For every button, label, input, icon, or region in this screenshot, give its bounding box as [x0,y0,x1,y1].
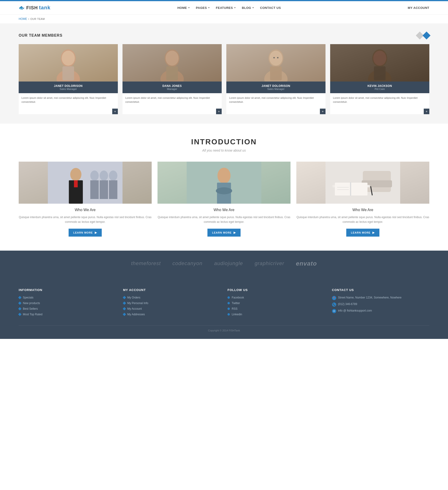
partner-audiojungle[interactable]: audiojungle [214,260,243,266]
footer-diamond-icon [122,302,126,305]
footer-circle-icon [228,313,230,315]
intro-card-1: Who We Are Quisque interdum pharetra urn… [19,162,152,236]
footer-link-my-orders[interactable]: My Orders [123,296,221,299]
arrow-icon: ▶ [234,231,236,234]
footer-link-top-rated[interactable]: Most Top Rated [19,313,116,316]
team-desc-2: Lorem ipsum dolor sit amet, mei consecte… [122,93,222,114]
contact-location-icon: 📍 [332,296,336,300]
intro-card-2: Who We Are Quisque interdum pharetra urn… [158,162,290,236]
nav-home[interactable]: HOME ▼ [177,6,190,9]
team-title: OUR TEAM MEMBERS [19,33,63,38]
footer-contact-address: 📍 Street Name, Number 1234, Somewhere, N… [332,296,430,300]
nav-contact[interactable]: CONTACT US [260,6,281,9]
footer-col-title-contactus: CONTACT US [332,288,430,292]
nav-pages[interactable]: PAGES ▼ [196,6,210,9]
nav-pages-arrow: ▼ [208,7,210,9]
footer-contact-phone: 📞 (012) 346-6789 [332,302,430,307]
team-photo-1 [19,44,118,81]
carousel-nav [417,33,429,38]
learn-more-button-3[interactable]: LEARN MORE ▶ [346,229,379,236]
breadcrumb-separator: › [28,17,29,21]
intro-card-desc-2: Quisque interdum pharetra urna, sit amet… [158,215,290,224]
team-section: OUR TEAM MEMBERS JANET DOLORISON Sales M… [0,23,448,123]
footer-diamond-icon [18,313,21,316]
partner-themeforest[interactable]: themeforest [131,260,161,266]
breadcrumb-home[interactable]: HOME [19,17,27,21]
team-card: KEVIN JACKSON Pet Care Lorem ipsum dolor… [330,44,429,114]
nav-blog[interactable]: BLOG ▼ [242,6,254,9]
nav-home-arrow: ▼ [188,7,190,9]
intro-card-desc-1: Quisque interdum pharetra urna, sit amet… [19,215,152,224]
team-card: JANET DOLORISON Sales Manager Lorem ipsu… [226,44,326,114]
breadcrumb: HOME › OUR TEAM [0,15,448,23]
footer-col-contactus: CONTACT US 📍 Street Name, Number 1234, S… [332,288,430,318]
team-card: DANA JONES Manager Lorem ipsum dolor sit… [122,44,222,114]
partners-section: themeforest codecanyon audiojungle graph… [0,251,448,277]
partner-codecanyon[interactable]: codecanyon [172,260,203,266]
footer-link-linkedin[interactable]: Linkedin [228,313,325,316]
svg-point-15 [373,51,386,66]
footer-link-my-personal-info[interactable]: My Personal Info [123,302,221,305]
main-nav: HOME ▼ PAGES ▼ FEATURES ▼ BLOG ▼ CONTACT… [177,6,281,9]
svg-point-19 [100,170,108,181]
footer-link-best-sellers[interactable]: Best Sellers [19,307,116,310]
footer-link-facebook[interactable]: Facebook [228,296,325,299]
svg-point-11 [277,57,279,58]
team-photo-4 [330,44,429,81]
carousel-next[interactable] [423,32,431,39]
team-plus-3[interactable]: + [320,109,326,114]
team-desc-3: Lorem ipsum dolor sit amet, mei consecte… [226,93,326,114]
svg-rect-13 [270,66,282,80]
team-member-name-4: KEVIN JACKSON [333,84,427,88]
team-plus-1[interactable]: + [112,109,118,114]
team-plus-2[interactable]: + [216,109,222,114]
footer-diamond-icon [18,296,21,299]
footer-col-myaccount: MY ACCOUNT My Orders My Personal Info My… [123,288,221,318]
breadcrumb-current: OUR TEAM [30,18,45,20]
footer-contact-email: ✉ info @ fishtanksupport.com [332,309,430,313]
intro-card-desc-3: Quisque interdum pharetra urna, sit amet… [296,215,429,224]
footer-link-twitter[interactable]: Twitter [228,302,325,305]
logo-tank: tank [39,5,51,11]
footer-circle-icon [228,308,230,310]
nav-features[interactable]: FEATURES ▼ [216,6,236,9]
footer-diamond-icon [18,302,21,305]
svg-point-1 [62,51,75,66]
footer-link-new-products[interactable]: New products [19,302,116,305]
footer-col-title-information: INFORMATION [19,288,116,292]
footer-link-my-addresses[interactable]: My Addresses [123,313,221,316]
intro-image-2 [158,162,290,204]
logo[interactable]: 🐟 FISHtank [19,5,51,11]
intro-grid: Who We Are Quisque interdum pharetra urn… [19,162,429,236]
footer-bottom: Copyright © 2014 FISHTank [19,325,429,332]
footer-link-specials[interactable]: Specials [19,296,116,299]
team-grid: JANET DOLORISON Sales Manager Lorem ipsu… [19,44,429,114]
svg-rect-17 [374,66,386,80]
footer-link-my-account[interactable]: My Account [123,307,221,310]
team-name-block-4: KEVIN JACKSON Pet Care [330,81,429,93]
footer-diamond-icon [18,307,21,310]
intro-card-title-2: Who We Are [158,208,290,212]
team-member-role-2: Manager [125,88,219,90]
svg-rect-20 [100,180,108,199]
team-photo-3 [226,44,326,81]
svg-rect-3 [63,66,74,80]
learn-more-button-1[interactable]: LEARN MORE ▶ [69,229,102,236]
footer-link-rss[interactable]: RSS [228,307,325,310]
team-plus-4[interactable]: + [424,109,429,114]
learn-more-button-2[interactable]: LEARN MORE ▶ [207,229,241,236]
intro-card-title-3: Who We Are [296,208,429,212]
my-account-button[interactable]: MY ACCOUNT [408,6,429,9]
nav-blog-arrow: ▼ [252,7,254,9]
svg-point-10 [273,57,275,58]
svg-point-31 [216,187,232,194]
svg-point-23 [90,170,99,181]
footer-col-information: INFORMATION Specials New products Best S… [19,288,116,318]
team-member-name-3: JANET DOLORISON [229,84,323,88]
intro-card-3: Who We Are Quisque interdum pharetra urn… [296,162,429,236]
partner-graphicriver[interactable]: graphicriver [254,260,284,266]
header: 🐟 FISHtank HOME ▼ PAGES ▼ FEATURES ▼ BLO… [0,1,448,15]
team-desc-4: Lorem ipsum dolor sit amet, mei consecte… [330,93,429,114]
team-name-block-3: JANET DOLORISON Sales Manager [226,81,326,93]
partner-envato[interactable]: envato [296,260,317,267]
